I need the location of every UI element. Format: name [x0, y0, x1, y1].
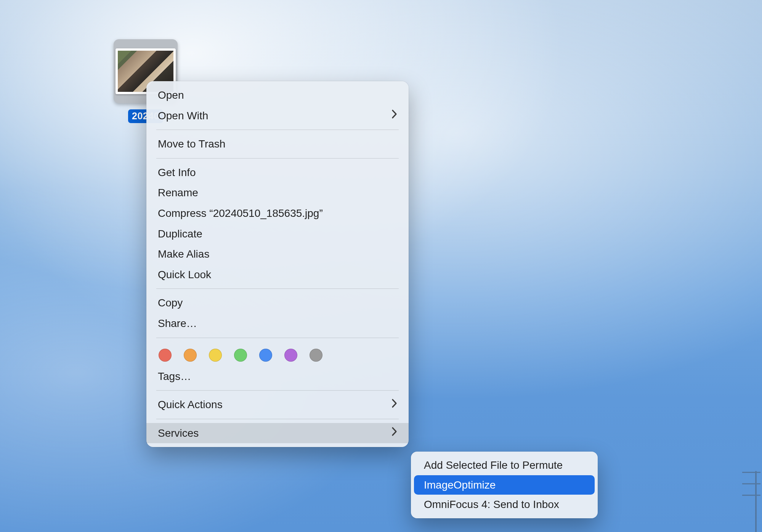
menu-item-label: Compress “20240510_185635.jpg”: [158, 207, 323, 220]
menu-separator: [156, 288, 399, 289]
submenu-item-add-to-permute[interactable]: Add Selected File to Permute: [414, 455, 595, 475]
submenu-item-omnifocus-send[interactable]: OmniFocus 4: Send to Inbox: [414, 495, 595, 514]
menu-item-label: Duplicate: [158, 228, 202, 240]
menu-item-quick-look[interactable]: Quick Look: [146, 264, 409, 285]
background-structure: [739, 444, 762, 532]
menu-item-label: Get Info: [158, 166, 196, 179]
tag-gray[interactable]: [310, 349, 322, 362]
menu-item-label: Share…: [158, 317, 197, 330]
menu-item-label: Tags…: [158, 370, 191, 383]
submenu-item-label: OmniFocus 4: Send to Inbox: [424, 498, 559, 511]
menu-item-tags[interactable]: Tags…: [146, 366, 409, 387]
menu-item-services[interactable]: Services: [146, 423, 409, 444]
submenu-item-label: ImageOptimize: [424, 479, 496, 492]
menu-item-open-with[interactable]: Open With: [146, 106, 409, 126]
tag-purple[interactable]: [284, 349, 297, 362]
menu-item-rename[interactable]: Rename: [146, 183, 409, 203]
menu-item-compress[interactable]: Compress “20240510_185635.jpg”: [146, 203, 409, 224]
menu-item-label: Make Alias: [158, 248, 209, 261]
menu-item-move-to-trash[interactable]: Move to Trash: [146, 134, 409, 154]
menu-item-label: Move to Trash: [158, 138, 225, 151]
menu-item-get-info[interactable]: Get Info: [146, 162, 409, 183]
menu-item-label: Rename: [158, 186, 198, 199]
menu-item-make-alias[interactable]: Make Alias: [146, 244, 409, 264]
chevron-right-icon: [392, 399, 397, 411]
menu-item-label: Quick Actions: [158, 398, 223, 411]
menu-separator: [156, 158, 399, 159]
tag-blue[interactable]: [259, 349, 272, 362]
menu-item-label: Copy: [158, 296, 183, 309]
desktop-background[interactable]: 20240 Open Open With Move to Trash Get I…: [0, 0, 762, 532]
tag-red[interactable]: [159, 349, 172, 362]
tag-orange[interactable]: [184, 349, 197, 362]
menu-item-label: Open With: [158, 109, 208, 122]
menu-item-open[interactable]: Open: [146, 85, 409, 106]
menu-separator: [156, 338, 399, 338]
submenu-item-image-optimize[interactable]: ImageOptimize: [414, 475, 595, 495]
menu-separator: [156, 130, 399, 130]
menu-item-label: Open: [158, 89, 184, 102]
tag-color-row: [146, 342, 409, 366]
menu-item-duplicate[interactable]: Duplicate: [146, 224, 409, 244]
tag-green[interactable]: [234, 349, 247, 362]
context-menu: Open Open With Move to Trash Get Info Re…: [146, 81, 409, 447]
menu-item-copy[interactable]: Copy: [146, 293, 409, 313]
menu-separator: [156, 390, 399, 391]
chevron-right-icon: [392, 427, 397, 439]
services-submenu: Add Selected File to Permute ImageOptimi…: [411, 452, 598, 518]
submenu-item-label: Add Selected File to Permute: [424, 459, 563, 472]
menu-item-share[interactable]: Share…: [146, 313, 409, 334]
menu-item-label: Services: [158, 427, 199, 440]
menu-item-quick-actions[interactable]: Quick Actions: [146, 394, 409, 415]
menu-item-label: Quick Look: [158, 268, 211, 281]
tag-yellow[interactable]: [209, 349, 222, 362]
chevron-right-icon: [392, 110, 397, 122]
menu-separator: [156, 419, 399, 419]
